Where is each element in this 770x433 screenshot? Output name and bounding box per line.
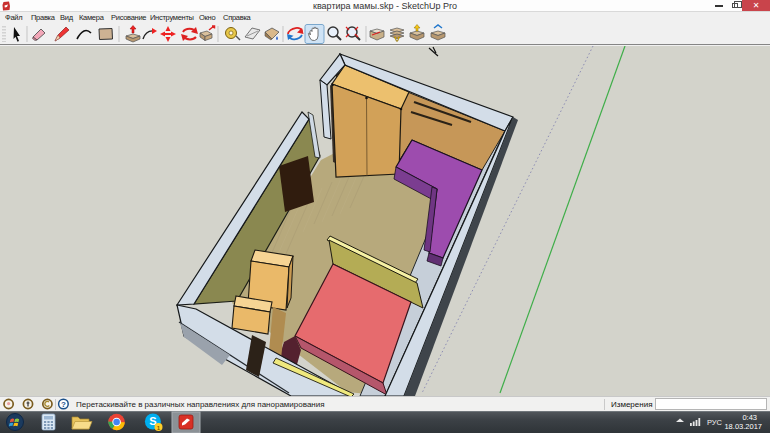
svg-text:18.03.2017: 18.03.2017 [724,422,762,431]
svg-text:0:43: 0:43 [742,413,757,422]
svg-text:?: ? [61,400,66,409]
svg-text:РУС: РУС [707,418,723,427]
